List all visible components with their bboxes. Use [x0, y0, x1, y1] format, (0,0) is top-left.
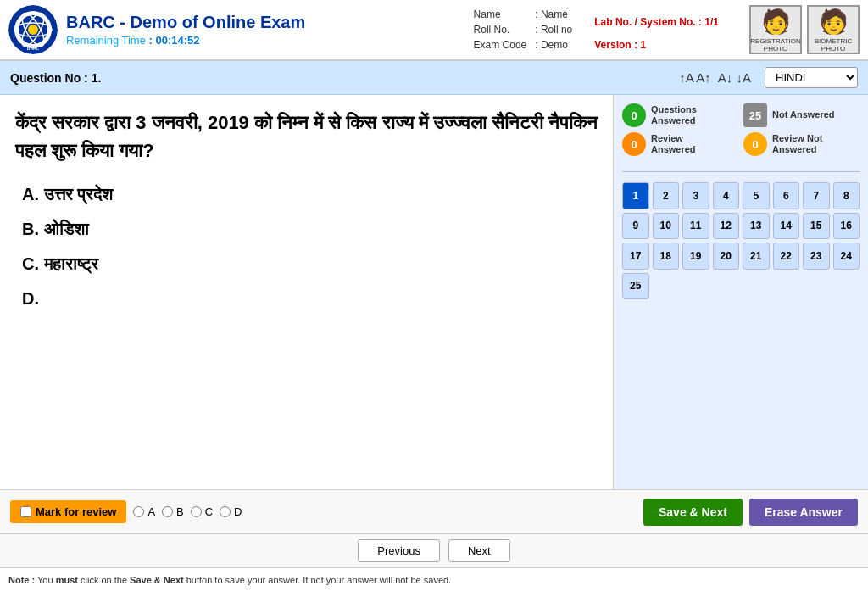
registration-photo: 🧑 REGISTRATION PHOTO	[749, 5, 802, 54]
review-not-answered-badge: 0	[743, 132, 767, 156]
number-grid[interactable]: 1234567891011121314151617181920212223242…	[622, 182, 860, 299]
rollno-value: : Roll no	[531, 23, 576, 36]
question-num-8[interactable]: 8	[833, 182, 860, 209]
rollno-label: Roll No.	[470, 23, 531, 36]
option-d-radio[interactable]: D	[220, 505, 242, 518]
note-bar: Note : You must click on the Save & Next…	[0, 567, 868, 591]
question-num-23[interactable]: 23	[803, 243, 830, 270]
mark-review-button[interactable]: Mark for review	[10, 500, 126, 523]
header-info: Name : Name Lab No. / System No. : 1/1 R…	[469, 6, 724, 53]
font-decrease-btn[interactable]: A↓ ↓A	[718, 70, 751, 85]
biometric-photo: 🧑 BIOMETRIC PHOTO	[807, 5, 860, 54]
version-value: 1	[640, 39, 646, 51]
radio-a[interactable]	[133, 506, 144, 517]
question-num-13[interactable]: 13	[743, 213, 770, 240]
header-title-area: BARC - Demo of Online Exam Remaining Tim…	[66, 13, 469, 47]
mark-review-checkbox[interactable]	[20, 506, 31, 517]
question-num-9[interactable]: 9	[622, 213, 649, 240]
question-num-19[interactable]: 19	[682, 243, 709, 270]
option-b[interactable]: B. ओडिशा	[15, 216, 598, 243]
language-select[interactable]: HINDI ENGLISH	[765, 67, 858, 88]
option-b-radio[interactable]: B	[162, 505, 184, 518]
question-bar: Question No : 1. ↑A A↑ A↓ ↓A HINDI ENGLI…	[0, 61, 868, 95]
option-d[interactable]: D.	[15, 286, 598, 312]
question-number: Question No : 1.	[10, 71, 679, 85]
review-not-answered-label: Review NotAnswered	[772, 133, 822, 155]
question-num-18[interactable]: 18	[653, 243, 680, 270]
note-text: Note : You must click on the Save & Next…	[8, 575, 451, 585]
svg-point-3	[28, 25, 38, 35]
question-text: केंद्र सरकार द्वारा 3 जनवरी, 2019 को निम…	[15, 109, 598, 164]
erase-answer-button[interactable]: Erase Answer	[749, 499, 858, 526]
name-label: Name	[470, 8, 531, 21]
bio-photo-label: BIOMETRIC PHOTO	[809, 37, 858, 53]
barc-logo: BARC	[8, 5, 58, 54]
question-num-11[interactable]: 11	[682, 213, 709, 240]
right-panel: 0 QuestionsAnswered 25 Not Answered 0 Re…	[614, 95, 868, 489]
svg-text:BARC: BARC	[27, 46, 40, 51]
option-a-radio[interactable]: A	[133, 505, 155, 518]
question-num-12[interactable]: 12	[713, 213, 740, 240]
action-bar: Mark for review A B C D Save & Next Eras…	[0, 489, 868, 533]
save-next-button[interactable]: Save & Next	[643, 499, 743, 526]
radio-c[interactable]	[191, 506, 202, 517]
mark-review-label: Mark for review	[36, 505, 116, 518]
nav-bar: Previous Next	[0, 533, 868, 567]
question-num-22[interactable]: 22	[773, 243, 800, 270]
reg-photo-label: REGISTRATION PHOTO	[750, 37, 800, 53]
question-num-15[interactable]: 15	[803, 213, 830, 240]
question-panel: केंद्र सरकार द्वारा 3 जनवरी, 2019 को निम…	[0, 95, 614, 489]
photos-area: 🧑 REGISTRATION PHOTO 🧑 BIOMETRIC PHOTO	[749, 5, 860, 54]
radio-d[interactable]	[220, 506, 231, 517]
lab-label: Lab No. / System No. :	[594, 16, 702, 28]
previous-button[interactable]: Previous	[358, 539, 440, 562]
question-num-5[interactable]: 5	[743, 182, 770, 209]
divider	[622, 171, 860, 172]
lab-value: 1/1	[704, 16, 719, 28]
status-grid: 0 QuestionsAnswered 25 Not Answered 0 Re…	[622, 103, 860, 156]
option-c-radio[interactable]: C	[191, 505, 213, 518]
question-num-1[interactable]: 1	[622, 182, 649, 209]
question-num-6[interactable]: 6	[773, 182, 800, 209]
question-num-20[interactable]: 20	[713, 243, 740, 270]
name-value: : Name	[531, 8, 576, 21]
review-answered-badge: 0	[622, 132, 646, 156]
examcode-label: Exam Code	[470, 38, 531, 52]
examcode-value: : Demo	[531, 38, 576, 52]
font-increase-btn[interactable]: ↑A A↑	[679, 70, 711, 85]
question-num-2[interactable]: 2	[653, 182, 680, 209]
main-area: केंद्र सरकार द्वारा 3 जनवरी, 2019 को निम…	[0, 95, 868, 489]
question-num-4[interactable]: 4	[713, 182, 740, 209]
question-num-16[interactable]: 16	[833, 213, 860, 240]
version-label: Version :	[594, 39, 637, 51]
question-num-7[interactable]: 7	[803, 182, 830, 209]
not-answered-status: 25 Not Answered	[743, 103, 860, 127]
answered-label: QuestionsAnswered	[651, 104, 697, 126]
not-answered-count: 25	[743, 103, 767, 127]
header: BARC BARC - Demo of Online Exam Remainin…	[0, 0, 868, 61]
font-controls[interactable]: ↑A A↑ A↓ ↓A	[679, 70, 751, 85]
next-button[interactable]: Next	[448, 539, 510, 562]
option-c[interactable]: C. महाराष्ट्र	[15, 251, 598, 277]
option-a[interactable]: A. उत्तर प्रदेश	[15, 181, 598, 208]
not-answered-label: Not Answered	[772, 109, 835, 120]
question-num-3[interactable]: 3	[682, 182, 709, 209]
question-num-14[interactable]: 14	[773, 213, 800, 240]
question-num-24[interactable]: 24	[833, 243, 860, 270]
question-num-10[interactable]: 10	[653, 213, 680, 240]
radio-b[interactable]	[162, 506, 173, 517]
review-not-answered-status: 0 Review NotAnswered	[743, 132, 860, 156]
options-list: A. उत्तर प्रदेश B. ओडिशा C. महाराष्ट्र D…	[15, 181, 598, 312]
question-num-21[interactable]: 21	[743, 243, 770, 270]
answered-badge: 0	[622, 103, 646, 127]
review-answered-status: 0 ReviewAnswered	[622, 132, 738, 156]
exam-title: BARC - Demo of Online Exam	[66, 13, 469, 32]
review-answered-label: ReviewAnswered	[651, 133, 696, 155]
question-num-17[interactable]: 17	[622, 243, 649, 270]
question-num-25[interactable]: 25	[622, 273, 649, 300]
remaining-time: Remaining Time : 00:14:52	[66, 34, 469, 47]
answered-status: 0 QuestionsAnswered	[622, 103, 738, 127]
